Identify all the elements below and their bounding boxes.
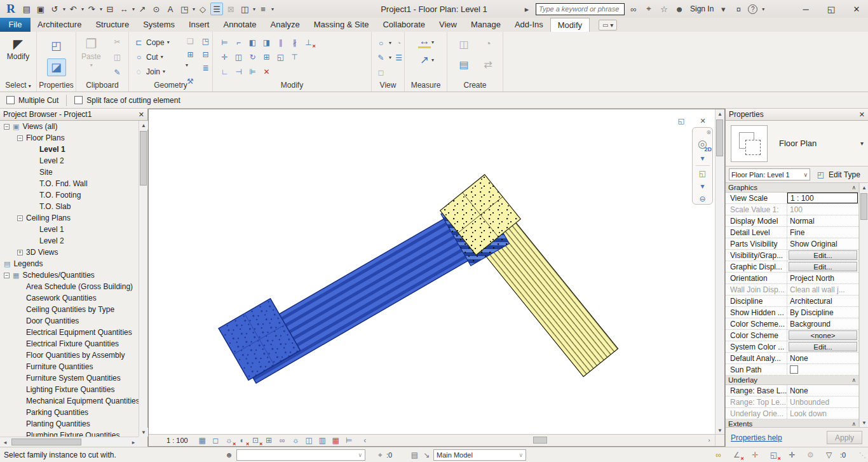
scroll-left-icon[interactable]: ◂ bbox=[1, 438, 10, 447]
property-value[interactable]: <none> bbox=[787, 330, 858, 341]
match-type-icon[interactable]: ✎ bbox=[112, 67, 123, 78]
zoom-caret-icon[interactable]: ▾ bbox=[697, 180, 708, 191]
customize-qat-caret-icon[interactable]: ▾ bbox=[271, 6, 274, 12]
align-icon[interactable]: ⊨ bbox=[219, 37, 230, 48]
visual-style-icon[interactable]: ◻ bbox=[210, 435, 221, 445]
property-edit-button[interactable]: Edit... bbox=[789, 262, 857, 271]
search-input[interactable] bbox=[536, 3, 625, 15]
instance-selector[interactable]: Floor Plan: Level 1 ∨ bbox=[729, 168, 810, 180]
property-edit-button[interactable]: Edit... bbox=[789, 342, 857, 351]
tree-item-area-schedule-gross-building-[interactable]: Area Schedule (Gross Building) bbox=[0, 281, 139, 292]
properties-close-icon[interactable]: ✕ bbox=[859, 111, 865, 119]
hide-in-view-icon[interactable]: ☰ bbox=[393, 52, 404, 63]
revit-logo[interactable]: R bbox=[3, 1, 19, 17]
tab-systems[interactable]: Systems bbox=[136, 18, 182, 32]
scroll-up-icon[interactable]: ▲ bbox=[139, 121, 148, 130]
drawing-area[interactable]: ◱✕ ⊗◎2D▾◱▾⊖ ▲ ▼ 1 : 100 ▦◻☼◐⊡⊞∞☼◫▥▦⊨ ‹ › bbox=[148, 109, 725, 447]
panel-label-measure[interactable]: Measure bbox=[405, 81, 447, 90]
crop-region-visibility-icon[interactable]: ⊞ bbox=[264, 435, 275, 445]
scroll-thumb[interactable] bbox=[716, 119, 723, 156]
group-collapse-icon[interactable]: ∧ bbox=[851, 421, 856, 427]
scroll-down-icon[interactable]: ▼ bbox=[860, 418, 868, 427]
wall-joins-icon[interactable]: ◳ bbox=[200, 36, 211, 46]
sync-icon[interactable]: ↺ bbox=[48, 3, 61, 15]
property-value[interactable]: None bbox=[787, 385, 858, 396]
panel-label-create[interactable]: Create bbox=[447, 81, 503, 90]
tab-architecture[interactable]: Architecture bbox=[31, 18, 88, 32]
tree-item-3d-views[interactable]: +3D Views bbox=[0, 247, 139, 258]
tab-annotate[interactable]: Annotate bbox=[216, 18, 263, 32]
tree-item-furniture-system-quantities[interactable]: Furniture System Quantities bbox=[0, 372, 139, 384]
sun-path-icon[interactable]: ☼ bbox=[224, 435, 234, 445]
create-group-icon[interactable]: ◫ bbox=[455, 36, 473, 52]
property-edit-button[interactable]: Edit... bbox=[789, 250, 857, 260]
tree-toggle-icon[interactable]: − bbox=[17, 215, 23, 221]
measure-between-refs-caret-icon[interactable]: ▾ bbox=[431, 39, 434, 45]
reveal-constraints-icon[interactable]: ⊨ bbox=[344, 435, 355, 445]
section-icon[interactable]: ◇ bbox=[196, 3, 209, 15]
modify-tool-button[interactable]: ◤ Modify bbox=[0, 37, 36, 61]
wheel-caret-icon[interactable]: ▾ bbox=[697, 153, 708, 163]
settings-gear-icon[interactable]: ⚙ bbox=[805, 449, 816, 460]
canvas-vertical-scrollbar[interactable]: ▲ ▼ bbox=[715, 109, 724, 435]
worksharing-display-icon[interactable]: ◫ bbox=[304, 435, 315, 445]
measure-between-refs-icon[interactable]: ↔ bbox=[418, 36, 431, 48]
print-icon[interactable]: ⊟ bbox=[104, 3, 116, 15]
favorites-icon[interactable]: ☆ bbox=[658, 3, 670, 15]
tree-item-ceiling-quantities-by-type[interactable]: Ceiling Quantities by Type bbox=[0, 304, 139, 315]
default-3d-view-caret-icon[interactable]: ▾ bbox=[193, 6, 195, 12]
select-links-icon[interactable]: ∞ bbox=[713, 449, 724, 460]
property-value[interactable]: Edit... bbox=[787, 341, 858, 352]
join-geometry-icon[interactable]: ◌ bbox=[133, 66, 144, 77]
ribbon-state-toggle[interactable]: ▭ ▾ bbox=[599, 20, 617, 31]
property-value[interactable]: Architectural bbox=[787, 296, 858, 306]
tree-item-legends[interactable]: ▤Legends bbox=[0, 258, 139, 269]
help-caret-icon[interactable]: ▾ bbox=[762, 6, 764, 12]
signin-caret-icon[interactable]: ▾ bbox=[717, 3, 729, 15]
tree-item-furniture-quantities[interactable]: Furniture Quantities bbox=[0, 361, 139, 372]
rotate-icon[interactable]: ↻ bbox=[247, 51, 258, 62]
tree-item-t-o-slab[interactable]: T.O. Slab bbox=[0, 201, 139, 212]
tree-item-plumbing-fixture-quantities[interactable]: Plumbing Fixture Quantities bbox=[0, 430, 139, 437]
save-icon[interactable]: ▣ bbox=[34, 3, 47, 15]
restore-button[interactable]: ◱ bbox=[825, 3, 837, 15]
tab-add-ins[interactable]: Add-Ins bbox=[508, 18, 550, 32]
tree-item-mechanical-equipment-quantities[interactable]: Mechanical Equipment Quantities bbox=[0, 395, 139, 407]
property-value[interactable]: 1 : 100 bbox=[787, 193, 858, 203]
tree-item-level-2[interactable]: Level 2 bbox=[0, 235, 139, 247]
workset-dropdown[interactable]: ∨ bbox=[236, 449, 365, 461]
split-face-icon[interactable]: ≣ bbox=[200, 62, 211, 73]
view-control-collapse-icon[interactable]: ‹ bbox=[360, 435, 370, 445]
scroll-right-icon[interactable]: › bbox=[705, 436, 714, 445]
create-assembly-icon[interactable]: ⇄ bbox=[479, 56, 497, 72]
render-icon[interactable]: ◔ bbox=[393, 37, 404, 48]
scroll-thumb[interactable] bbox=[533, 437, 547, 444]
split-with-gap-icon[interactable]: ∦ bbox=[289, 37, 300, 48]
move-icon[interactable]: ✛ bbox=[219, 51, 230, 62]
measure-along-element-icon[interactable]: ↗ bbox=[418, 53, 431, 66]
override-graphics-caret-icon[interactable]: ▾ bbox=[389, 40, 391, 46]
scroll-down-icon[interactable]: ▼ bbox=[139, 428, 148, 437]
property-value[interactable]: Clean all wall j... bbox=[787, 284, 858, 295]
worksets-icon[interactable]: ☻ bbox=[224, 449, 234, 460]
unpin-icon[interactable]: ⊥ bbox=[303, 37, 314, 48]
default-views-icon[interactable]: ◻ bbox=[376, 67, 386, 78]
copy-icon[interactable]: ◫ bbox=[233, 51, 244, 62]
detail-level-icon[interactable]: ▦ bbox=[197, 435, 208, 445]
tree-item-schedules-quantities[interactable]: −▦Schedules/Quantities bbox=[0, 269, 139, 281]
override-graphics-icon[interactable]: ○ bbox=[376, 37, 386, 48]
measure-along-element-caret-icon[interactable]: ▾ bbox=[431, 57, 434, 63]
customize-qat-icon[interactable]: ≡ bbox=[257, 3, 269, 15]
tab-modify[interactable]: Modify bbox=[550, 18, 590, 32]
aligned-dimension-icon[interactable]: ↗ bbox=[136, 3, 149, 15]
undo-caret-icon[interactable]: ▾ bbox=[81, 6, 84, 12]
properties-palette-icon[interactable]: ◪ bbox=[47, 58, 66, 76]
editable-only-icon[interactable]: ⌖ bbox=[375, 449, 386, 460]
tab-analyze[interactable]: Analyze bbox=[264, 18, 307, 32]
group-collapse-icon[interactable]: ∧ bbox=[851, 184, 856, 191]
property-value[interactable]: Look down bbox=[787, 408, 858, 419]
create-parts-icon[interactable]: ▤ bbox=[455, 56, 473, 72]
property-value[interactable]: None bbox=[787, 353, 858, 363]
paste-button[interactable]: ❐ Paste ▾ bbox=[81, 37, 101, 68]
close-hidden-windows-icon[interactable]: ⊠ bbox=[224, 3, 237, 15]
